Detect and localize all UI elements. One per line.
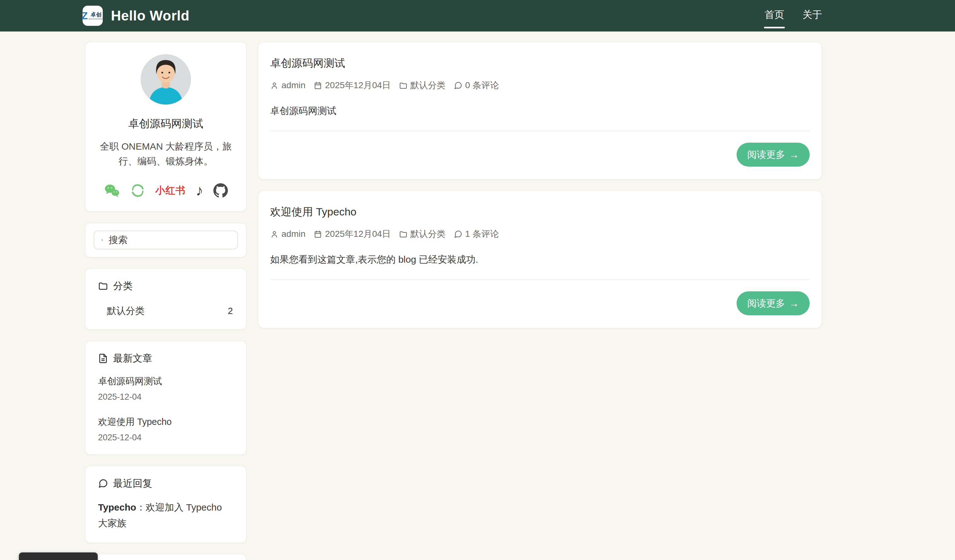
user-icon <box>270 230 279 239</box>
user-icon <box>270 81 279 90</box>
post-category[interactable]: 默认分类 <box>399 228 446 240</box>
calendar-icon <box>314 230 322 239</box>
latest-post-date: 2025-12-04 <box>98 392 233 402</box>
categories-card: 分类 默认分类 2 <box>85 268 246 330</box>
comment-bubble-icon <box>454 81 462 90</box>
category-item[interactable]: 默认分类 2 <box>98 304 233 317</box>
nav-item-home[interactable]: 首页 <box>765 8 784 23</box>
latest-post-item[interactable]: 欢迎使用 Typecho 2025-12-04 <box>98 416 233 443</box>
latest-posts-title: 最新文章 <box>98 352 233 365</box>
post-date: 2025年12月04日 <box>314 80 391 91</box>
brand: Z 卓创 ZHUOCHUANG Hello World <box>83 6 189 26</box>
arrow-right-icon: → <box>789 298 799 308</box>
post-title[interactable]: 卓创源码网测试 <box>270 56 810 70</box>
site-logo[interactable]: Z 卓创 ZHUOCHUANG <box>83 6 103 26</box>
xiaohongshu-icon[interactable]: 小红书 <box>155 184 186 197</box>
avatar <box>141 54 191 105</box>
post-meta: admin 2025年12月04日 默认分类 1 条评论 <box>270 228 810 240</box>
profile-card: 卓创源码网测试 全职 ONEMAN 大龄程序员，旅行、编码、锻炼身体。 <box>85 42 246 212</box>
latest-posts-card: 最新文章 卓创源码网测试 2025-12-04 欢迎使用 Typecho 202… <box>85 341 246 455</box>
logo-z-letter: Z <box>81 11 88 21</box>
post-card: 卓创源码网测试 admin 2025年12月04日 默认分类 0 条评论 <box>258 42 822 179</box>
post-title[interactable]: 欢迎使用 Typecho <box>270 205 810 219</box>
wechat-channels-icon[interactable] <box>130 183 145 198</box>
recent-replies-title: 最近回复 <box>98 477 233 490</box>
calendar-icon <box>314 81 322 90</box>
post-list: 卓创源码网测试 admin 2025年12月04日 默认分类 0 条评论 <box>258 42 822 328</box>
nav-item-about[interactable]: 关于 <box>802 8 822 23</box>
social-links: 小红书 ♪ <box>98 183 233 198</box>
read-more-button[interactable]: 阅读更多 → <box>737 143 810 167</box>
post-excerpt: 卓创源码网测试 <box>270 105 810 117</box>
post-comments[interactable]: 0 条评论 <box>454 80 499 91</box>
folder-icon <box>399 230 407 239</box>
arrow-right-icon: → <box>789 150 799 160</box>
archive-card: 归档 2025年12月 <box>85 554 246 560</box>
post-meta: admin 2025年12月04日 默认分类 0 条评论 <box>270 80 810 91</box>
site-title: Hello World <box>111 8 189 23</box>
reply-item[interactable]: Typecho：欢迎加入 Typecho 大家族 <box>98 499 233 531</box>
categories-title: 分类 <box>98 279 233 293</box>
sidebar: 卓创源码网测试 全职 ONEMAN 大龄程序员，旅行、编码、锻炼身体。 <box>85 42 246 560</box>
folder-icon <box>399 81 407 90</box>
wechat-icon[interactable] <box>104 183 120 198</box>
read-more-button[interactable]: 阅读更多 → <box>737 291 810 315</box>
post-card: 欢迎使用 Typecho admin 2025年12月04日 默认分类 1 条评… <box>258 190 822 328</box>
search-box <box>94 231 238 250</box>
post-footer: 阅读更多 → <box>270 291 810 315</box>
reply-separator: ： <box>136 502 146 512</box>
tiktok-icon[interactable]: ♪ <box>196 183 203 198</box>
profile-bio: 全职 ONEMAN 大龄程序员，旅行、编码、锻炼身体。 <box>98 139 233 168</box>
main-nav: 首页 关于 <box>765 8 822 23</box>
post-excerpt: 如果您看到这篇文章,表示您的 blog 已经安装成功. <box>270 253 810 266</box>
profile-name: 卓创源码网测试 <box>98 117 233 131</box>
post-author: admin <box>270 80 305 90</box>
comment-bubble-icon <box>454 230 462 239</box>
category-count: 2 <box>228 306 233 316</box>
post-author: admin <box>270 229 305 239</box>
site-header: Z 卓创 ZHUOCHUANG Hello World 首页 关于 <box>0 0 955 31</box>
search-card <box>85 223 246 257</box>
folder-icon <box>98 281 108 291</box>
latest-post-item[interactable]: 卓创源码网测试 2025-12-04 <box>98 375 233 402</box>
post-date: 2025年12月04日 <box>314 228 391 240</box>
file-text-icon <box>98 353 108 363</box>
recent-replies-card: 最近回复 Typecho：欢迎加入 Typecho 大家族 <box>85 466 246 543</box>
post-comments[interactable]: 1 条评论 <box>454 228 499 240</box>
logo-text: 卓创 ZHUOCHUANG <box>89 12 104 20</box>
search-icon <box>101 236 103 245</box>
post-footer: 阅读更多 → <box>270 143 810 167</box>
latest-post-date: 2025-12-04 <box>98 433 233 443</box>
reply-author: Typecho <box>98 502 136 512</box>
bottom-overlay-toast <box>19 552 98 560</box>
page-content: 卓创源码网测试 全职 ONEMAN 大龄程序员，旅行、编码、锻炼身体。 <box>0 31 955 560</box>
comment-bubble-icon <box>98 479 108 488</box>
divider <box>270 279 810 280</box>
github-icon[interactable] <box>213 183 228 198</box>
post-category[interactable]: 默认分类 <box>399 80 446 91</box>
search-input[interactable] <box>109 235 230 245</box>
divider <box>270 131 810 131</box>
